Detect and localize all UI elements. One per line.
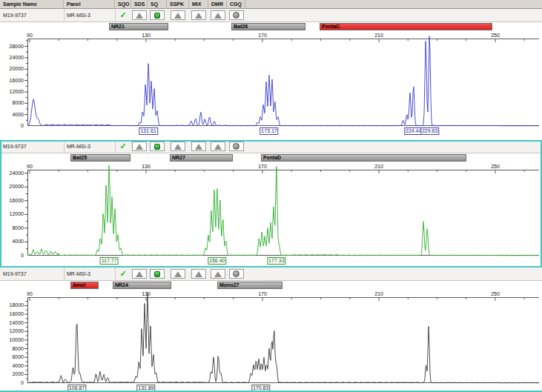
flag-triangle-cell[interactable] [171, 10, 185, 20]
marker-bat26[interactable]: Bat26 [231, 23, 305, 30]
flag-triangle-cell[interactable] [211, 10, 225, 20]
x-tick-label: 130 [135, 32, 157, 39]
electropherogram-panel-1[interactable]: M19-9737MR-MSI-3✓NR21Bat26PentaC90130170… [0, 9, 542, 140]
column-header-dmr[interactable]: DMR [208, 0, 227, 9]
flag-circle-cell[interactable] [229, 10, 244, 20]
sample-name-cell: M19-9737 [0, 268, 64, 281]
flag-circle-cell[interactable] [229, 269, 244, 279]
x-tick-label: 90 [19, 290, 41, 297]
y-tick-label: 2000 [1, 371, 24, 377]
flag-triangle-cell[interactable] [191, 269, 206, 279]
check-icon: ✓ [119, 270, 126, 278]
column-header-cgq[interactable]: CGQ [227, 0, 245, 9]
column-header-sspk[interactable]: SSPK [167, 0, 189, 9]
panel-name-cell: MR-MSI-3 [64, 268, 115, 281]
flag-triangle-cell[interactable] [132, 10, 147, 20]
fragment-analysis-window: Sample NamePanelSQOSDSSQSSPKMIXDMRCGQ M1… [0, 0, 542, 392]
allele-label-row: 131.61173.17224.44229.63 [0, 127, 542, 136]
x-tick-label: 210 [368, 163, 390, 170]
marker-nr21[interactable]: NR21 [109, 23, 168, 30]
flag-check-cell[interactable]: ✓ [116, 10, 130, 20]
flag-check-cell[interactable]: ✓ [116, 269, 130, 279]
allele-size-label: 156.40 [208, 257, 226, 265]
y-tick-label: 4000 [1, 363, 24, 369]
flag-triangle-cell[interactable] [171, 269, 185, 279]
check-icon: ✓ [119, 11, 126, 19]
marker-pentad[interactable]: PentaD [261, 154, 466, 162]
allele-size-label: 177.33 [267, 257, 285, 265]
y-tick-label: 14000 [1, 320, 24, 326]
triangle-flag-icon [195, 271, 202, 277]
marker-bat25[interactable]: Bat25 [70, 154, 130, 162]
circle-flag-icon [233, 270, 239, 277]
x-tick-label: 90 [19, 163, 41, 170]
x-tick-label: 90 [19, 32, 41, 39]
column-divider [64, 268, 65, 281]
flag-triangle-cell[interactable] [171, 142, 185, 151]
marker-nr24[interactable]: NR24 [113, 282, 171, 289]
y-tick-label: 8000 [1, 225, 24, 231]
triangle-flag-icon [195, 144, 202, 150]
flag-circle-cell[interactable] [229, 142, 244, 151]
circle-flag-icon [233, 12, 239, 19]
y-tick-label: 16000 [1, 311, 24, 317]
x-tick-label: 130 [135, 290, 157, 297]
y-tick-label: 4000 [1, 112, 24, 118]
sample-info-row[interactable]: M19-9737MR-MSI-3✓ [0, 140, 542, 153]
sample-name-cell: M19-9737 [0, 9, 64, 22]
triangle-flag-icon [214, 271, 222, 277]
allele-size-label: 173.17 [260, 127, 278, 135]
flag-square-cell[interactable] [150, 142, 165, 151]
trace-plot-area[interactable]: 0200040006000800010000120001400016000180… [0, 298, 542, 383]
electropherogram-panel-3[interactable]: M19-9737MR-MSI-3✓AmelNR24Mono27901301702… [0, 268, 542, 392]
column-header-sq[interactable]: SQ [148, 0, 167, 9]
green-square-flag-icon [154, 13, 160, 19]
y-tick-label: 18000 [1, 302, 24, 308]
column-header-sqo[interactable]: SQO [115, 0, 131, 9]
sample-info-row[interactable]: M19-9737MR-MSI-3✓ [0, 268, 542, 281]
column-divider [64, 140, 65, 153]
flag-triangle-cell[interactable] [211, 269, 225, 279]
marker-pentac[interactable]: PentaC [320, 23, 492, 30]
marker-nr27[interactable]: NR27 [170, 154, 233, 162]
y-tick-label: 10000 [1, 337, 24, 343]
column-header-sample-name[interactable]: Sample Name [0, 0, 64, 9]
x-tick-label: 170 [251, 290, 274, 297]
flag-triangle-cell[interactable] [132, 142, 147, 151]
triangle-flag-icon [136, 144, 143, 150]
column-header-panel[interactable]: Panel [64, 0, 115, 9]
flag-square-cell[interactable] [150, 269, 165, 279]
marker-amel[interactable]: Amel [70, 282, 99, 289]
flag-square-cell[interactable] [150, 10, 165, 20]
column-header-mix[interactable]: MIX [189, 0, 208, 9]
y-tick-label: 16000 [1, 78, 24, 84]
flag-triangle-cell[interactable] [132, 269, 147, 279]
y-tick-label: 12000 [1, 328, 24, 334]
green-square-flag-icon [154, 271, 160, 277]
triangle-flag-icon [136, 13, 143, 19]
trace-plot-area[interactable]: 0400080001200016000200002400028000 [0, 39, 542, 126]
flag-triangle-cell[interactable] [191, 142, 206, 151]
grid-header: Sample NamePanelSQOSDSSQSSPKMIXDMRCGQ [0, 0, 542, 9]
sample-info-row[interactable]: M19-9737MR-MSI-3✓ [0, 9, 542, 22]
flag-triangle-cell[interactable] [211, 142, 225, 151]
column-header-sds[interactable]: SDS [131, 0, 148, 9]
allele-size-label: 229.63 [420, 127, 439, 135]
y-tick-label: 20000 [1, 184, 24, 190]
x-tick-label: 250 [484, 290, 506, 297]
marker-bar-row: Bat25NR27PentaD [0, 154, 542, 162]
electropherogram-panel-2[interactable]: M19-9737MR-MSI-3✓Bat25NR27PentaD90130170… [0, 140, 542, 268]
trace-plot-area[interactable]: 04000800012000160002000024000 [0, 170, 542, 256]
triangle-flag-icon [214, 13, 222, 19]
triangle-flag-icon [214, 144, 222, 150]
flag-triangle-cell[interactable] [191, 10, 206, 20]
x-tick-label: 250 [484, 163, 506, 170]
y-tick-label: 12000 [1, 211, 24, 217]
triangle-flag-icon [174, 271, 182, 277]
triangle-flag-icon [174, 144, 182, 150]
panel-name-cell: MR-MSI-3 [64, 140, 115, 153]
y-tick-label: 12000 [1, 89, 24, 95]
y-tick-label: 24000 [1, 55, 24, 61]
flag-check-cell[interactable]: ✓ [116, 142, 130, 151]
marker-mono27[interactable]: Mono27 [217, 282, 282, 289]
